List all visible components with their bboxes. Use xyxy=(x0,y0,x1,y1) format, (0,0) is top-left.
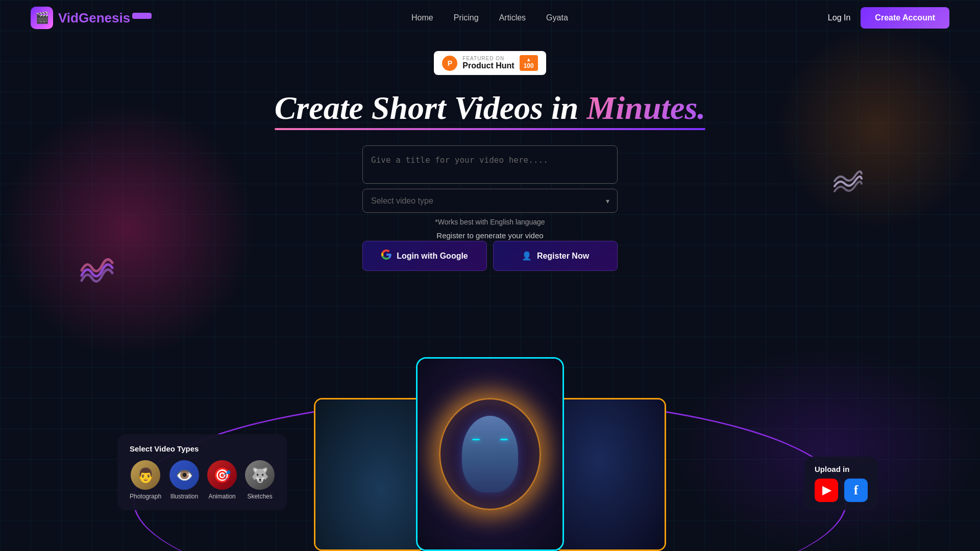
nav-links: Home Pricing Articles Gyata xyxy=(411,13,568,22)
heading-underline xyxy=(275,128,706,130)
product-hunt-badge[interactable]: P FEATURED ON Product Hunt ▲ 100 xyxy=(434,51,546,75)
login-button[interactable]: Log In xyxy=(828,13,850,22)
video-title-input[interactable] xyxy=(362,145,618,184)
vt-item-illustration[interactable]: 👁️ Illustration xyxy=(169,460,199,500)
animation-label: Animation xyxy=(208,493,235,500)
navbar: 🎬 VidGenesisBETA Home Pricing Articles G… xyxy=(0,0,980,36)
vt-item-photograph[interactable]: 👨 Photograph xyxy=(130,460,161,500)
nav-articles[interactable]: Articles xyxy=(499,13,526,22)
upload-icons: ▶ f xyxy=(815,479,868,502)
logo-icon: 🎬 xyxy=(31,7,53,29)
google-login-button[interactable]: Login with Google xyxy=(362,241,487,271)
phone-inner xyxy=(418,359,562,549)
main-heading: Create Short Videos in Minutes. xyxy=(275,90,706,130)
upload-title: Upload in xyxy=(815,465,868,473)
photograph-emoji: 👨 xyxy=(137,467,155,484)
ph-name: Product Hunt xyxy=(462,61,514,70)
sketches-label: Sketches xyxy=(247,493,272,500)
nav-pricing[interactable]: Pricing xyxy=(454,13,479,22)
ph-icon: P xyxy=(442,56,457,71)
vt-item-sketches[interactable]: 🐺 Sketches xyxy=(245,460,275,500)
illustration-emoji: 👁️ xyxy=(176,467,193,484)
left-eye xyxy=(472,439,480,440)
illustration-label: Illustration xyxy=(170,493,199,500)
animation-emoji: 🎯 xyxy=(213,467,231,484)
sketches-thumb: 🐺 xyxy=(245,460,275,490)
ph-label: FEATURED ON xyxy=(462,56,514,61)
input-area: Select video type Photograph Illustratio… xyxy=(362,145,618,240)
register-prompt-text: Register to generate your video xyxy=(362,231,618,240)
beta-badge: BETA xyxy=(132,13,152,19)
video-types-card: Select Video Types 👨 Photograph 👁️ Illus… xyxy=(117,434,287,510)
user-icon: 👤 xyxy=(522,251,532,261)
nav-home[interactable]: Home xyxy=(411,13,433,22)
select-wrapper: Select video type Photograph Illustratio… xyxy=(362,189,618,213)
logo[interactable]: 🎬 VidGenesisBETA xyxy=(31,7,152,29)
vt-item-animation[interactable]: 🎯 Animation xyxy=(207,460,237,500)
photograph-label: Photograph xyxy=(130,493,161,500)
heading-accent: Minutes. xyxy=(586,90,705,126)
illustration-thumb: 👁️ xyxy=(169,460,199,490)
facebook-icon[interactable]: f xyxy=(844,479,868,502)
register-now-button[interactable]: 👤 Register Now xyxy=(493,241,618,271)
nav-gyata[interactable]: Gyata xyxy=(546,13,568,22)
nav-actions: Log In Create Account xyxy=(828,7,949,29)
video-types-items: 👨 Photograph 👁️ Illustration 🎯 Animation… xyxy=(130,460,275,500)
google-icon xyxy=(381,249,391,262)
upload-card: Upload in ▶ f xyxy=(804,457,878,510)
works-best-text: *Works best with English language xyxy=(362,218,618,226)
phone-mockup xyxy=(416,357,564,551)
youtube-icon[interactable]: ▶ xyxy=(815,479,838,502)
ph-count: ▲ 100 xyxy=(520,55,538,71)
button-row: Login with Google 👤 Register Now xyxy=(362,241,618,271)
google-login-label: Login with Google xyxy=(397,252,468,261)
ph-text: FEATURED ON Product Hunt xyxy=(462,56,514,70)
main-content: P FEATURED ON Product Hunt ▲ 100 Create … xyxy=(0,36,980,271)
sketches-emoji: 🐺 xyxy=(251,467,269,484)
create-account-button[interactable]: Create Account xyxy=(861,7,949,29)
ai-head xyxy=(462,416,518,492)
video-type-select[interactable]: Select video type Photograph Illustratio… xyxy=(362,189,618,213)
photograph-thumb: 👨 xyxy=(131,460,160,490)
video-types-title: Select Video Types xyxy=(130,444,275,453)
register-now-label: Register Now xyxy=(537,252,589,261)
side-card-left xyxy=(314,398,426,551)
animation-thumb: 🎯 xyxy=(207,460,237,490)
logo-text: VidGenesisBETA xyxy=(58,10,152,26)
side-card-right xyxy=(554,398,666,551)
right-eye xyxy=(500,439,508,440)
